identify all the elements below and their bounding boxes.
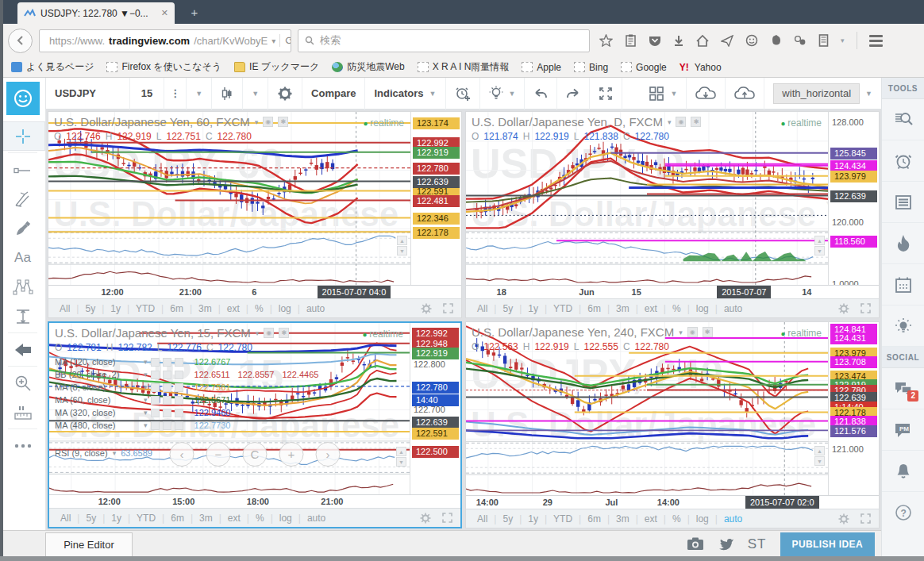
eye-icon[interactable]: ◉	[687, 327, 698, 337]
crosshair-tool[interactable]	[0, 121, 45, 151]
range-gear-icon[interactable]	[838, 513, 849, 524]
pane-arrow-icon[interactable]: ▲	[814, 446, 825, 455]
brush-tool[interactable]	[0, 213, 45, 243]
range-button-ext[interactable]: ext	[638, 303, 664, 314]
trend-line-tool[interactable]	[0, 155, 45, 184]
range-button-%[interactable]: %	[666, 303, 687, 314]
indicator-mini-icon[interactable]	[163, 358, 171, 367]
gear-icon[interactable]: ✱	[279, 328, 289, 338]
range-button-%[interactable]: %	[249, 513, 271, 524]
pane-arrow-icon[interactable]: ▼	[814, 246, 825, 256]
chart-title[interactable]: U.S. Dollar/Japanese Yen, D, FXCM	[472, 115, 663, 129]
menu-hamburger-icon[interactable]	[869, 35, 883, 47]
url-bar[interactable]: https://www.tradingview.com/chart/KvWoby…	[39, 29, 291, 52]
range-button-All[interactable]: All	[54, 513, 77, 524]
time-axis[interactable]: 12:0021:00615:002015-07-07 04:0	[48, 285, 461, 298]
range-button-1y[interactable]: 1y	[522, 513, 545, 524]
indicator-mini-icon[interactable]	[163, 421, 171, 430]
range-button-auto[interactable]: auto	[301, 513, 332, 524]
time-axis[interactable]: 18Jun15142015-07-07	[466, 285, 879, 298]
pane-arrow-icon[interactable]: ▼	[397, 246, 407, 256]
range-button-All[interactable]: All	[471, 513, 494, 524]
calendar-button[interactable]	[882, 264, 924, 305]
layout-name-field[interactable]: with_horizontal	[773, 83, 860, 104]
pane-arrow-icon[interactable]: ▲	[396, 447, 406, 456]
reload-icon[interactable]: ⟳	[279, 34, 291, 47]
layout-dropdown-icon[interactable]: ▼	[865, 90, 872, 98]
pane-arrow-icon[interactable]: ▼	[814, 456, 825, 466]
range-button-ext[interactable]: ext	[638, 513, 664, 524]
range-button-YTD[interactable]: YTD	[129, 303, 161, 314]
indicator-mini-icon[interactable]	[151, 409, 160, 417]
pane-arrow-icon[interactable]: ▼	[396, 457, 406, 467]
publish-idea-button[interactable]: PUBLISH IDEA	[780, 532, 875, 556]
new-tab-button[interactable]: +	[184, 6, 205, 20]
range-button-1y[interactable]: 1y	[104, 303, 127, 314]
alerts-clock-button[interactable]	[882, 140, 924, 182]
indicator-mini-icon[interactable]	[151, 358, 160, 367]
indicator-mini-icon[interactable]	[163, 371, 171, 379]
bookmark-item[interactable]: 防災地震Web	[327, 59, 409, 75]
range-button-6m[interactable]: 6m	[164, 303, 190, 314]
measure-tool[interactable]	[0, 398, 45, 427]
range-button-5y[interactable]: 5y	[79, 513, 102, 524]
range-button-5y[interactable]: 5y	[496, 513, 519, 524]
indicator-row[interactable]: MA (480, close)▾122.7730	[55, 419, 318, 432]
screener-button[interactable]	[882, 99, 924, 140]
range-button-1y[interactable]: 1y	[105, 513, 128, 524]
xabcd-pattern-tool[interactable]	[0, 272, 45, 302]
range-button-%[interactable]: %	[666, 513, 687, 524]
pane-arrow-icon[interactable]: ▲	[814, 236, 825, 245]
range-fullscreen-icon[interactable]	[860, 303, 871, 313]
range-button-All[interactable]: All	[471, 303, 494, 314]
chart-properties-gear-button[interactable]	[268, 78, 302, 110]
chart-title[interactable]: U.S. Dollar/Japanese Yen, 60, FXCM	[54, 115, 250, 129]
range-gear-icon[interactable]	[838, 303, 849, 314]
stock-twits-label[interactable]: ST	[748, 536, 767, 552]
range-button-YTD[interactable]: YTD	[547, 513, 579, 524]
compare-button[interactable]: Compare	[302, 78, 365, 110]
undo-button[interactable]	[525, 78, 557, 110]
fullscreen-button[interactable]	[590, 78, 622, 110]
chart-nav-button[interactable]: +	[279, 442, 304, 467]
gear-icon[interactable]: ✱	[703, 327, 713, 337]
range-button-log[interactable]: log	[272, 303, 298, 314]
redo-button[interactable]	[557, 78, 590, 110]
indicator-mini-icon[interactable]	[175, 358, 183, 367]
range-button-ext[interactable]: ext	[221, 303, 246, 314]
range-button-auto[interactable]: auto	[718, 303, 749, 314]
chart-nav-button[interactable]: ‹	[170, 442, 194, 467]
chart-title-caret-icon[interactable]: ▾	[255, 118, 259, 126]
chart-nav-button[interactable]: −	[206, 442, 231, 467]
range-button-6m[interactable]: 6m	[164, 513, 191, 524]
range-button-All[interactable]: All	[53, 303, 76, 314]
tab-close-icon[interactable]: ✕	[161, 8, 168, 18]
range-fullscreen-icon[interactable]	[860, 513, 871, 524]
gear-icon[interactable]: ✱	[278, 117, 288, 127]
range-gear-icon[interactable]	[420, 513, 431, 524]
zoom-in-tool[interactable]	[0, 368, 45, 398]
price-scale[interactable]: 123.174122.992122.919122.780122.591122.6…	[410, 112, 461, 285]
indicator-mini-icon[interactable]	[175, 421, 183, 430]
load-layout-cloud-button[interactable]	[687, 78, 726, 110]
avatar-smiley-icon[interactable]	[6, 82, 40, 115]
range-button-3m[interactable]: 3m	[610, 513, 636, 524]
chart-title[interactable]: U.S. Dollar/Japanese Yen, 240, FXCM	[472, 325, 674, 339]
text-tool[interactable]: Aa	[0, 243, 45, 272]
notifications-bell-button[interactable]	[882, 451, 924, 492]
range-button-3m[interactable]: 3m	[193, 513, 219, 524]
bookmark-item[interactable]: Google	[616, 60, 672, 75]
download-icon[interactable]	[673, 35, 684, 47]
indicator-mini-icon[interactable]	[175, 383, 183, 392]
evernote-icon[interactable]	[770, 34, 782, 47]
bookmark-item[interactable]: IE ブックマーク	[229, 59, 324, 75]
snapshot-camera-icon[interactable]	[687, 537, 704, 551]
send-icon[interactable]	[721, 35, 733, 47]
range-gear-icon[interactable]	[421, 303, 432, 314]
pocket-icon[interactable]	[649, 35, 661, 47]
range-button-5y[interactable]: 5y	[496, 303, 519, 314]
range-button-3m[interactable]: 3m	[610, 303, 636, 314]
clipboard-icon[interactable]	[625, 34, 637, 47]
chart-style-dropdown-button[interactable]: ▼	[243, 78, 268, 110]
chart-title-caret-icon[interactable]: ▾	[256, 329, 260, 337]
